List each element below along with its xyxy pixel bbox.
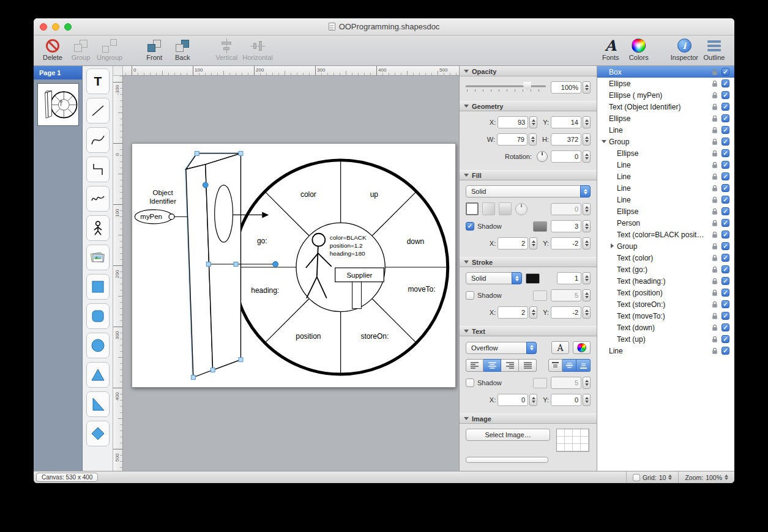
- delete-button[interactable]: Delete: [39, 37, 67, 61]
- fill-type-popup[interactable]: Solid: [466, 185, 591, 198]
- visibility-checkbox[interactable]: [721, 79, 729, 87]
- visibility-checkbox[interactable]: [721, 289, 729, 297]
- lock-icon[interactable]: [712, 220, 718, 227]
- geometry-y-stepper[interactable]: [583, 116, 591, 128]
- fill-shadow-blur-stepper[interactable]: [583, 220, 591, 232]
- grid-checkbox[interactable]: [633, 474, 640, 481]
- grid-stepper[interactable]: [668, 473, 672, 482]
- outline-row[interactable]: Text (down): [597, 322, 734, 333]
- text-section-header[interactable]: Text: [460, 326, 597, 336]
- fill-solid-swatch[interactable]: [466, 202, 479, 215]
- group-button[interactable]: Group: [67, 37, 95, 61]
- visibility-checkbox[interactable]: [721, 347, 729, 355]
- outline-row[interactable]: Text (go:): [597, 264, 734, 275]
- object-identifier-text[interactable]: Object Identifier: [149, 189, 176, 205]
- geometry-y-field[interactable]: 14: [551, 116, 581, 128]
- lock-icon[interactable]: [712, 289, 718, 297]
- geometry-h-field[interactable]: 372: [551, 133, 581, 146]
- segment-label[interactable]: moveTo:: [408, 285, 435, 294]
- segment-label[interactable]: position: [296, 332, 321, 341]
- zoom-window-button[interactable]: [64, 23, 72, 31]
- disclosure-triangle[interactable]: [609, 243, 617, 249]
- outline-row[interactable]: Group: [597, 240, 734, 252]
- stroke-section-header[interactable]: Stroke: [460, 257, 597, 267]
- stroke-shadow-x-field[interactable]: 2: [498, 306, 528, 319]
- geometry-w-field[interactable]: 79: [497, 133, 528, 146]
- visibility-checkbox[interactable]: [721, 138, 729, 146]
- outline-row[interactable]: Line: [597, 345, 734, 357]
- visibility-checkbox[interactable]: [721, 242, 729, 250]
- back-button[interactable]: Back: [168, 37, 196, 61]
- stroke-width-field[interactable]: 1: [557, 272, 581, 284]
- lock-icon[interactable]: [712, 208, 718, 215]
- lock-icon[interactable]: [712, 127, 718, 134]
- tool-square[interactable]: [86, 274, 110, 300]
- tool-elbow-line[interactable]: [86, 157, 110, 182]
- text-shadow-blur-stepper[interactable]: [583, 377, 591, 389]
- outline-row[interactable]: Text (Object Identifier): [597, 101, 734, 113]
- geometry-x-stepper[interactable]: [529, 116, 537, 128]
- stroke-shadow-blur-stepper[interactable]: [583, 289, 591, 301]
- valign-middle-segment[interactable]: [562, 359, 576, 372]
- fill-shadow-checkbox[interactable]: [466, 222, 474, 231]
- rotation-knob[interactable]: [537, 151, 548, 162]
- fonts-button[interactable]: A Fonts: [597, 37, 625, 61]
- text-shadow-y-field[interactable]: 0: [551, 394, 581, 406]
- tool-right-triangle[interactable]: [86, 391, 110, 417]
- outline-row[interactable]: Group: [597, 136, 734, 147]
- visibility-checkbox[interactable]: [721, 149, 729, 157]
- fill-gradient2-swatch[interactable]: [499, 202, 512, 215]
- visibility-checkbox[interactable]: [721, 207, 729, 215]
- visibility-checkbox[interactable]: [721, 219, 729, 227]
- fill-section-header[interactable]: Fill: [460, 170, 597, 180]
- fill-shadow-color-swatch[interactable]: [533, 221, 547, 232]
- lock-icon[interactable]: [712, 278, 718, 285]
- lock-icon[interactable]: [712, 185, 718, 192]
- visibility-checkbox[interactable]: [721, 323, 729, 331]
- lock-icon[interactable]: [712, 301, 718, 308]
- lock-icon[interactable]: [712, 254, 718, 262]
- fill-level-field[interactable]: 0: [551, 203, 581, 215]
- tool-text[interactable]: T: [86, 68, 110, 94]
- tool-image[interactable]: [86, 245, 110, 270]
- align-left-segment[interactable]: [466, 359, 483, 372]
- outline-row[interactable]: Box: [597, 66, 734, 78]
- tool-person[interactable]: [86, 215, 110, 241]
- visibility-checkbox[interactable]: [721, 277, 729, 285]
- visibility-checkbox[interactable]: [721, 184, 729, 192]
- outline-row[interactable]: Line: [597, 159, 734, 171]
- segment-label[interactable]: heading:: [251, 286, 279, 295]
- wheel-shape[interactable]: color up go: down heading: moveTo: posit…: [233, 160, 447, 374]
- segment-label[interactable]: down: [407, 237, 425, 246]
- text-color-button[interactable]: [573, 341, 591, 354]
- visibility-checkbox[interactable]: [721, 161, 729, 169]
- sidebar-page-1[interactable]: Page 1: [34, 66, 82, 79]
- visibility-checkbox[interactable]: [721, 254, 729, 262]
- tool-circle[interactable]: [86, 333, 110, 358]
- visibility-checkbox[interactable]: [721, 172, 729, 180]
- outline-row[interactable]: Line: [597, 194, 734, 205]
- page-thumbnail[interactable]: [37, 83, 79, 126]
- stroke-shadow-blur-field[interactable]: 5: [551, 289, 581, 301]
- inspector-button[interactable]: i Inspector: [669, 37, 700, 61]
- select-image-button[interactable]: Select Image…: [466, 429, 550, 441]
- box-shape[interactable]: [186, 153, 241, 377]
- outline-row[interactable]: Ellipse: [597, 147, 734, 159]
- align-horizontal-button[interactable]: Horizontal: [240, 37, 275, 61]
- lock-icon[interactable]: [712, 173, 718, 180]
- clipped-button[interactable]: [466, 457, 548, 463]
- outline-row[interactable]: Text (position): [597, 287, 734, 298]
- visibility-checkbox[interactable]: [721, 312, 729, 320]
- geometry-h-stepper[interactable]: [583, 133, 591, 146]
- outline-row[interactable]: Ellipse: [597, 113, 734, 124]
- fill-shadow-y-field[interactable]: -2: [551, 237, 581, 249]
- text-shadow-x-field[interactable]: 0: [498, 394, 528, 406]
- outline-button[interactable]: Outline: [700, 37, 728, 61]
- stroke-shadow-x-stepper[interactable]: [529, 306, 537, 319]
- segment-label[interactable]: up: [370, 190, 379, 199]
- rotation-stepper[interactable]: [583, 150, 591, 163]
- text-shadow-blur-field[interactable]: 5: [551, 377, 581, 389]
- colors-button[interactable]: Colors: [625, 37, 653, 61]
- text-font-button[interactable]: A: [551, 341, 569, 354]
- tool-scribble[interactable]: [86, 186, 110, 212]
